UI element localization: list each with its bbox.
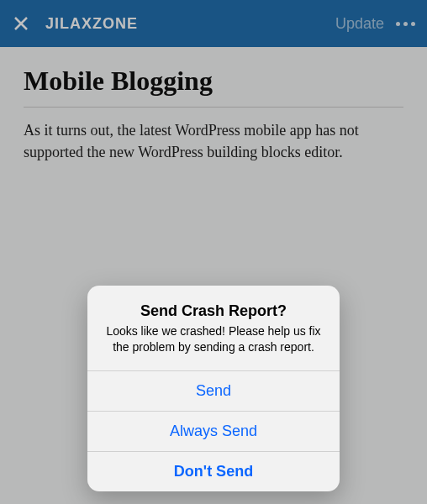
send-button[interactable]: Send [87,370,340,411]
dont-send-button[interactable]: Don't Send [87,451,340,491]
alert-title: Send Crash Report? [103,302,324,320]
crash-report-alert: Send Crash Report? Looks like we crashed… [87,286,340,491]
modal-overlay: Send Crash Report? Looks like we crashed… [0,0,427,504]
always-send-button[interactable]: Always Send [87,411,340,451]
alert-header: Send Crash Report? Looks like we crashed… [87,286,340,370]
alert-message: Looks like we crashed! Please help us fi… [103,323,324,355]
